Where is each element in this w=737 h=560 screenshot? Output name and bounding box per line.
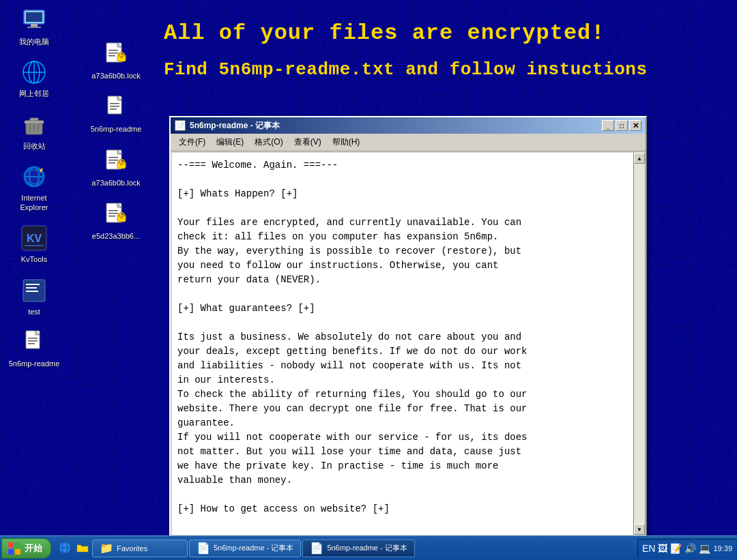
- svg-rect-57: [15, 549, 20, 555]
- svg-rect-37: [110, 103, 119, 104]
- maximize-button[interactable]: □: [616, 120, 628, 131]
- svg-rect-49: [109, 213, 118, 214]
- systray-en: EN: [642, 543, 655, 554]
- svg-rect-1: [26, 12, 42, 22]
- desktop-icon-lock1[interactable]: a73a6b0b.lock: [89, 41, 143, 80]
- systray-icon2: 📝: [670, 543, 682, 554]
- window-title-area: 📄 5n6mp-readme - 记事本: [175, 120, 280, 132]
- desktop-icon-network[interactable]: 网上邻居: [7, 59, 61, 98]
- desktop-overlay: All of your files are encrypted! Find 5n…: [164, 20, 723, 80]
- notepad-content[interactable]: --=== Welcome. Again. ===--- [+] Whats H…: [172, 153, 633, 535]
- start-label: 开始: [25, 542, 42, 555]
- svg-rect-10: [30, 118, 38, 121]
- taskbar-item-favorites-label: Favorites: [117, 544, 147, 552]
- readme-icon: [20, 329, 48, 356]
- svg-rect-20: [25, 245, 44, 246]
- svg-rect-48: [109, 210, 118, 211]
- svg-rect-55: [15, 542, 20, 548]
- taskbar-quick-ie[interactable]: [57, 540, 73, 556]
- svg-rect-2: [31, 24, 38, 27]
- minimize-button[interactable]: _: [602, 120, 614, 131]
- window-title-text: 5n6mp-readme - 记事本: [190, 120, 280, 132]
- window-controls: _ □ ✕: [602, 120, 641, 131]
- network-icon: [20, 59, 48, 86]
- window-content: --=== Welcome. Again. ===--- [+] Whats H…: [172, 153, 644, 535]
- svg-rect-42: [109, 160, 118, 161]
- menu-help[interactable]: 帮助(H): [327, 135, 366, 149]
- svg-point-53: [120, 216, 123, 219]
- encrypted-message-line2: Find 5n6mp-readme.txt and follow instuct…: [164, 59, 723, 80]
- desktop-icon-recycle[interactable]: 回收站: [7, 111, 61, 151]
- my-computer-label: 我的电脑: [19, 37, 49, 46]
- taskbar-quick-folder[interactable]: [74, 540, 91, 556]
- menu-format[interactable]: 格式(O): [249, 135, 288, 149]
- svg-rect-41: [109, 157, 118, 158]
- network-label: 网上邻居: [19, 89, 49, 98]
- test-label: test: [28, 307, 40, 316]
- readme-desktop-label: 5n6mp-readme: [9, 359, 60, 368]
- desktop-icons-column1: 我的电脑 网上邻居: [7, 7, 61, 368]
- systray-network: 💻: [699, 543, 710, 554]
- ie-label: Internet Explorer: [20, 193, 48, 213]
- start-button[interactable]: 开始: [1, 538, 51, 559]
- desktop-icon-my-computer[interactable]: 我的电脑: [7, 7, 61, 46]
- scroll-track[interactable]: [634, 164, 644, 524]
- readme2-label: 5n6mp-readme: [91, 124, 142, 134]
- desktop-icon-lock2[interactable]: a73a6b0b.lock: [89, 148, 143, 188]
- close-button[interactable]: ✕: [629, 120, 641, 131]
- taskbar-item-readme1-icon: 📄: [197, 542, 210, 555]
- taskbar-item-favorites[interactable]: 📁 Favorites: [92, 540, 188, 557]
- readme2-icon: [102, 94, 130, 121]
- taskbar-item-readme1-label: 5n6mp-readme - 记事本: [214, 543, 293, 553]
- taskbar-item-readme2[interactable]: 📄 5n6mp-readme - 记事本: [302, 540, 414, 557]
- svg-point-35: [120, 56, 123, 59]
- scrollbar[interactable]: ▲ ▼: [633, 153, 644, 535]
- kvtools-icon: KV: [20, 224, 48, 252]
- windows-logo: [8, 542, 21, 555]
- recycle-label: 回收站: [23, 141, 46, 151]
- lock2-icon: [102, 148, 130, 175]
- taskbar-item-readme1[interactable]: 📄 5n6mp-readme - 记事本: [189, 540, 301, 557]
- svg-rect-28: [28, 343, 35, 344]
- svg-rect-22: [26, 284, 40, 285]
- svg-rect-54: [8, 542, 14, 548]
- svg-rect-32: [109, 55, 115, 57]
- svg-rect-27: [28, 340, 38, 342]
- svg-rect-56: [8, 549, 14, 555]
- taskbar-item-readme2-icon: 📄: [310, 542, 323, 555]
- svg-rect-3: [27, 27, 41, 28]
- menu-edit[interactable]: 编辑(E): [211, 135, 249, 149]
- systray-speaker: 🔊: [684, 543, 696, 554]
- taskbar: 开始 📁 Favorites: [0, 535, 737, 560]
- menu-file[interactable]: 文件(F): [173, 135, 211, 149]
- svg-rect-23: [26, 287, 37, 289]
- svg-rect-38: [110, 106, 119, 107]
- taskbar-clock: 19:39: [713, 544, 732, 552]
- menu-view[interactable]: 查看(V): [289, 135, 327, 149]
- desktop-icon-lock3[interactable]: e5d23a3bb6...: [89, 201, 143, 241]
- taskbar-item-readme2-label: 5n6mp-readme - 记事本: [327, 543, 407, 553]
- scroll-up-button[interactable]: ▲: [634, 153, 645, 164]
- test-icon: [20, 277, 48, 304]
- svg-rect-50: [109, 216, 115, 217]
- window-menubar: 文件(F) 编辑(E) 格式(O) 查看(V) 帮助(H): [171, 134, 646, 151]
- systray-icon1: 🖼: [658, 543, 667, 554]
- ie-icon: [20, 163, 48, 190]
- svg-text:KV: KV: [27, 233, 42, 244]
- window-titlebar: 📄 5n6mp-readme - 记事本 _ □ ✕: [171, 117, 646, 134]
- taskbar-items: 📁 Favorites 📄 5n6mp-readme - 记事本 📄 5n6mp…: [57, 540, 637, 557]
- window-title-icon: 📄: [175, 120, 186, 131]
- desktop-icon-readme-col2[interactable]: 5n6mp-readme: [89, 94, 143, 134]
- desktop-icon-test[interactable]: test: [7, 277, 61, 316]
- desktop-icon-ie[interactable]: Internet Explorer: [7, 163, 61, 213]
- encrypted-message-line1: All of your files are encrypted!: [164, 20, 723, 46]
- desktop-icon-readme[interactable]: 5n6mp-readme: [7, 329, 61, 368]
- lock3-label: e5d23a3bb6...: [92, 231, 140, 241]
- svg-rect-9: [25, 121, 44, 123]
- desktop-icons-column2: a73a6b0b.lock 5n6mp-readme: [89, 41, 143, 241]
- svg-rect-43: [109, 162, 115, 164]
- svg-rect-26: [28, 338, 38, 339]
- svg-point-46: [120, 163, 123, 166]
- scroll-down-button[interactable]: ▼: [634, 524, 645, 535]
- desktop-icon-kvtools[interactable]: KV KvTools: [7, 224, 61, 264]
